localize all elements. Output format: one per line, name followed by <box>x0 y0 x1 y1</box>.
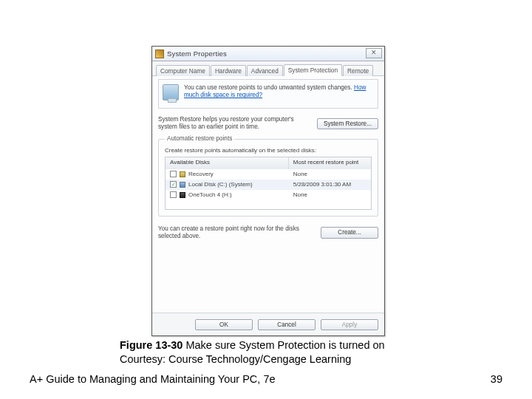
figure-caption: Figure 13-30 Make sure System Protection… <box>120 338 437 366</box>
checkbox[interactable]: ✓ <box>170 181 177 188</box>
disk-name: Recovery <box>188 171 214 177</box>
tab-strip: Computer Name Hardware Advanced System P… <box>152 61 384 76</box>
ok-button[interactable]: OK <box>195 319 253 330</box>
disk-recent: None <box>289 171 371 177</box>
figure-label: Figure 13-30 <box>120 339 183 351</box>
window-icon <box>155 50 164 58</box>
window-title: System Properties <box>167 50 227 58</box>
disk-recent: 5/28/2009 3:01:30 AM <box>289 181 371 188</box>
tab-hardware[interactable]: Hardware <box>211 65 246 76</box>
group-description: Create restore points automatically on t… <box>165 147 372 154</box>
checkbox[interactable] <box>170 171 177 177</box>
create-section: You can create a restore point right now… <box>158 225 378 241</box>
group-label: Automatic restore points <box>165 135 234 142</box>
dialog-body: You can use restore points to undo unwan… <box>152 76 384 313</box>
list-item[interactable]: ✓ Local Disk (C:) (System) 5/28/2009 3:0… <box>166 180 371 190</box>
tab-advanced[interactable]: Advanced <box>247 65 283 76</box>
window-buttons: ✕ <box>366 48 382 58</box>
info-text: You can use restore points to undo unwan… <box>184 84 354 91</box>
col-recent-restore[interactable]: Most recent restore point <box>289 157 371 169</box>
figure-courtesy: Courtesy: Course Technology/Cengage Lear… <box>120 352 437 366</box>
cancel-button[interactable]: Cancel <box>258 319 316 330</box>
disk-recent: None <box>289 191 371 198</box>
disk-icon <box>180 192 185 198</box>
disk-listbox: Available Disks Most recent restore poin… <box>165 157 372 210</box>
apply-button[interactable]: Apply <box>321 319 378 330</box>
create-button[interactable]: Create... <box>321 227 378 239</box>
restore-description: System Restore helps you restore your co… <box>158 116 311 132</box>
disk-icon <box>180 182 185 188</box>
checkbox[interactable] <box>170 191 177 198</box>
dialog-footer: OK Cancel Apply <box>152 313 384 335</box>
tab-system-protection[interactable]: System Protection <box>284 64 342 76</box>
list-item[interactable]: OneTouch 4 (H:) None <box>166 190 371 200</box>
close-button[interactable]: ✕ <box>366 48 382 58</box>
monitor-icon <box>163 84 179 100</box>
disk-icon <box>180 171 185 177</box>
figure-text: Make sure System Protection is turned on <box>183 339 384 351</box>
auto-restore-group: Automatic restore points Create restore … <box>158 139 378 216</box>
system-properties-dialog: System Properties ✕ Computer Name Hardwa… <box>151 46 385 336</box>
create-description: You can create a restore point right now… <box>158 225 315 241</box>
col-available-disks[interactable]: Available Disks <box>166 157 289 169</box>
slide-footer: A+ Guide to Managing and Maintaining You… <box>30 373 502 385</box>
titlebar: System Properties ✕ <box>152 47 384 61</box>
restore-section: System Restore helps you restore your co… <box>158 116 378 132</box>
page-number: 39 <box>491 373 502 385</box>
disk-name: OneTouch 4 (H:) <box>188 191 232 198</box>
tab-computer-name[interactable]: Computer Name <box>156 65 210 76</box>
list-header: Available Disks Most recent restore poin… <box>166 157 371 169</box>
tab-remote[interactable]: Remote <box>343 65 373 76</box>
info-box: You can use restore points to undo unwan… <box>158 79 378 109</box>
list-item[interactable]: Recovery None <box>166 169 371 180</box>
disk-name: Local Disk (C:) (System) <box>188 181 253 188</box>
book-title: A+ Guide to Managing and Maintaining You… <box>30 373 276 385</box>
system-restore-button[interactable]: System Restore... <box>317 118 378 129</box>
